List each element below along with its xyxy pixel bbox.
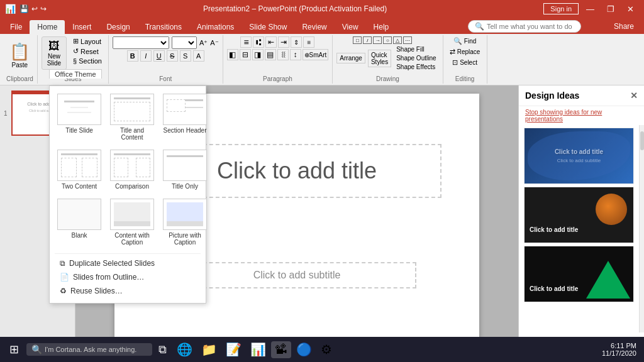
- columns-button[interactable]: ⧛: [277, 49, 289, 60]
- design-idea-1[interactable]: Click to add title Click to add subtitle: [524, 128, 634, 184]
- slides-from-outline-item[interactable]: 📄 Slides from Outline…: [55, 270, 201, 284]
- arrange-button[interactable]: Arrange: [336, 53, 365, 63]
- layout-item-title-slide[interactable]: Title Slide: [55, 91, 104, 143]
- bold-button[interactable]: B: [127, 50, 138, 62]
- layout-item-comparison[interactable]: Comparison: [108, 147, 157, 192]
- quick-styles-button[interactable]: QuickStyles: [368, 50, 391, 67]
- start-button[interactable]: ⊞: [3, 338, 25, 361]
- shape-arrow-icon[interactable]: →: [373, 36, 382, 44]
- font-shrink-button[interactable]: A⁻: [210, 39, 218, 47]
- tell-me-bar[interactable]: 🔍: [468, 20, 581, 33]
- numbering-button[interactable]: ⑆: [253, 36, 264, 48]
- duplicate-slides-item[interactable]: ⧉ Duplicate Selected Slides: [55, 256, 201, 270]
- shape-rect-icon[interactable]: □: [353, 36, 362, 44]
- layout-dropdown: Title Slide Title and Content Section He…: [49, 85, 206, 304]
- indent-more-button[interactable]: ⇥: [278, 36, 289, 48]
- tab-slideshow[interactable]: Slide Show: [242, 20, 294, 34]
- taskbar-other-icon[interactable]: ⚙: [317, 341, 336, 358]
- strikethrough-button[interactable]: S: [167, 50, 178, 62]
- shape-fill-button[interactable]: Shape Fill: [394, 45, 438, 53]
- justify-button[interactable]: ▤: [265, 49, 276, 60]
- quick-access-toolbar: 💾 ↩ ↪: [19, 4, 47, 13]
- align-center-button[interactable]: ⊟: [240, 49, 251, 60]
- undo-icon[interactable]: ↩: [31, 4, 38, 13]
- shape-triangle-icon[interactable]: △: [393, 36, 402, 44]
- layout-item-section-header[interactable]: Section Header: [160, 91, 209, 143]
- taskbar-powerpoint-icon[interactable]: 📽: [271, 341, 291, 358]
- layout-button[interactable]: ⊞ Layout: [70, 36, 104, 46]
- tab-file[interactable]: File: [3, 20, 30, 34]
- layout-item-title-only[interactable]: Title Only: [160, 147, 209, 192]
- shape-oval-icon[interactable]: ○: [383, 36, 392, 44]
- tab-transitions[interactable]: Transitions: [138, 20, 189, 34]
- indent-less-button[interactable]: ⇤: [265, 36, 277, 48]
- font-grow-button[interactable]: A⁺: [199, 39, 208, 47]
- layout-item-picture-caption[interactable]: Picture with Caption: [160, 196, 209, 248]
- design-panel-close-icon[interactable]: ✕: [630, 90, 638, 101]
- share-button[interactable]: Share: [606, 20, 641, 33]
- layout-label-title-content: Title and Content: [110, 127, 154, 141]
- tab-help[interactable]: Help: [366, 20, 397, 34]
- tab-review[interactable]: Review: [294, 20, 334, 34]
- signin-button[interactable]: Sign in: [543, 3, 579, 14]
- text-direction-button[interactable]: ⇕: [291, 36, 302, 48]
- layout-item-blank[interactable]: Blank: [55, 196, 104, 248]
- taskbar-edge-icon[interactable]: 🌐: [173, 341, 196, 358]
- align-text-button[interactable]: ≡: [303, 36, 314, 48]
- shape-outline-button[interactable]: Shape Outline: [394, 54, 438, 62]
- align-right-button[interactable]: ◨: [252, 49, 264, 60]
- reuse-slides-item[interactable]: ♻ Reuse Slides…: [55, 284, 201, 298]
- design-idea-2[interactable]: Click to add title: [524, 187, 634, 243]
- convert-smartart-button[interactable]: ⊕SmArt: [303, 49, 329, 60]
- underline-button[interactable]: U: [153, 50, 165, 62]
- tab-animations[interactable]: Animations: [189, 20, 242, 34]
- minimize-button[interactable]: —: [581, 3, 599, 15]
- design-idea-3[interactable]: Click to add title: [524, 246, 634, 302]
- section-button[interactable]: § Section: [70, 57, 104, 65]
- select-button[interactable]: ⊡ Select: [450, 58, 480, 67]
- taskbar-chrome-icon[interactable]: 🔵: [292, 341, 316, 358]
- font-family-select[interactable]: [113, 36, 169, 49]
- find-button[interactable]: 🔍 Find: [451, 36, 479, 46]
- layout-label-section-header: Section Header: [164, 127, 207, 134]
- paste-button[interactable]: 📋 Paste: [7, 41, 32, 70]
- font-color-button[interactable]: A: [193, 50, 204, 62]
- search-bar[interactable]: 🔍 I'm Cortana. Ask me anything.: [26, 343, 152, 356]
- design-panel-scrollbar[interactable]: [639, 125, 644, 332]
- clipboard-group-label: Clipboard: [6, 74, 33, 82]
- tab-home[interactable]: Home: [30, 20, 65, 34]
- reset-button[interactable]: ↺ Reset: [70, 47, 104, 56]
- shape-more-icon[interactable]: ⋯: [403, 36, 412, 44]
- layout-item-two-content[interactable]: Two Content: [55, 147, 104, 192]
- restore-button[interactable]: ❐: [602, 3, 619, 15]
- close-button[interactable]: ✕: [622, 3, 639, 15]
- line-spacing-button[interactable]: ↕: [290, 49, 301, 60]
- new-slide-button[interactable]: 🖼 NewSlide: [42, 36, 67, 70]
- replace-button[interactable]: ⇄ Replace: [447, 47, 483, 57]
- shape-line-icon[interactable]: /: [363, 36, 372, 44]
- shape-effects-button[interactable]: Shape Effects: [394, 63, 438, 71]
- layout-item-content-caption[interactable]: Content with Caption: [108, 196, 157, 248]
- textshadow-button[interactable]: S: [180, 50, 191, 62]
- bullets-button[interactable]: ≡: [240, 36, 252, 48]
- ribbon-group-font: A⁺ A⁻ B I U S S A Font: [109, 35, 223, 84]
- redo-icon[interactable]: ↪: [40, 4, 47, 13]
- stop-showing-link[interactable]: Stop showing ideas for new presentations: [519, 106, 644, 125]
- tell-me-input[interactable]: [487, 23, 574, 30]
- layout-label: Layout: [80, 38, 101, 45]
- taskbar-excel-icon[interactable]: 📊: [247, 341, 270, 358]
- slide-subtitle-placeholder[interactable]: Click to add subtitle: [177, 262, 416, 288]
- layout-item-title-content[interactable]: Title and Content: [108, 91, 157, 143]
- align-left-button[interactable]: ◧: [227, 49, 238, 60]
- task-view-button[interactable]: ⧉: [153, 341, 172, 359]
- taskbar-explorer-icon[interactable]: 📁: [197, 341, 221, 358]
- font-group-label: Font: [159, 74, 172, 82]
- taskbar-word-icon[interactable]: 📝: [222, 341, 245, 358]
- italic-button[interactable]: I: [140, 50, 152, 62]
- layout-thumb-content-caption: [110, 199, 154, 230]
- tab-design[interactable]: Design: [99, 20, 137, 34]
- font-size-select[interactable]: [172, 36, 197, 49]
- save-icon[interactable]: 💾: [19, 4, 29, 13]
- tab-view[interactable]: View: [335, 20, 366, 34]
- tab-insert[interactable]: Insert: [65, 20, 99, 34]
